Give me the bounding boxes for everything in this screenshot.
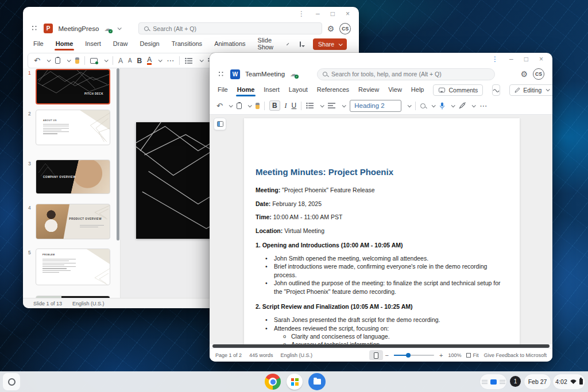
thumbnail-scrollbar[interactable] bbox=[117, 68, 119, 240]
pane-toggle-button[interactable] bbox=[214, 118, 226, 130]
screen-capture-indicator[interactable] bbox=[480, 374, 506, 389]
rewrite-pen-icon[interactable] bbox=[459, 102, 466, 109]
document-page[interactable]: Meeting Minutes: Project Phoenix Meeting… bbox=[244, 118, 520, 344]
rewrite-chevron-icon[interactable] bbox=[472, 103, 476, 107]
ppt-menu-draw[interactable]: Draw bbox=[113, 38, 128, 51]
dictate-microphone-icon[interactable] bbox=[439, 102, 445, 110]
ppt-menu-insert[interactable]: Insert bbox=[85, 38, 101, 51]
ppt-close-button[interactable]: × bbox=[346, 10, 350, 17]
ppt-menu-slideshow[interactable]: Slide Show bbox=[258, 34, 274, 54]
word-kebab-menu-icon[interactable]: ⋮ bbox=[492, 56, 498, 63]
grow-font-icon[interactable]: A bbox=[118, 57, 123, 64]
page-view-button[interactable] bbox=[369, 350, 383, 360]
word-settings-gear-icon[interactable]: ⚙ bbox=[520, 70, 528, 78]
ppt-search-input[interactable]: Search (Alt + Q) bbox=[138, 22, 322, 34]
ppt-menu-design[interactable]: Design bbox=[140, 38, 159, 51]
powerpoint-app-icon[interactable]: P bbox=[44, 24, 53, 33]
slide-2-thumbnail[interactable]: ABOUT US bbox=[36, 110, 110, 145]
slide-4-thumbnail[interactable]: PRODUCT OVERVIEW bbox=[36, 204, 110, 239]
word-search-input[interactable]: Search for tools, help, and more (Alt + … bbox=[317, 68, 495, 80]
page-counter[interactable]: Page 1 of 2 bbox=[215, 352, 242, 358]
ppt-maximize-button[interactable]: □ bbox=[331, 10, 335, 17]
word-language-status[interactable]: English (U.S.) bbox=[281, 352, 313, 358]
ppt-menu-transitions[interactable]: Transitions bbox=[172, 38, 202, 51]
files-app-icon[interactable] bbox=[308, 373, 326, 390]
slide-5-thumbnail[interactable]: PROBLEM bbox=[36, 249, 110, 285]
slide-1-thumbnail[interactable]: PITCH DECK bbox=[36, 69, 110, 104]
date-display[interactable]: Feb 27 bbox=[524, 374, 551, 389]
launcher-button[interactable] bbox=[3, 373, 20, 390]
word-count[interactable]: 445 words bbox=[249, 352, 273, 358]
bullet-list-chevron-icon[interactable] bbox=[200, 58, 204, 62]
slide-3-thumbnail[interactable]: COMPANY OVERVIEW bbox=[36, 160, 110, 194]
word-feedback-link[interactable]: Give Feedback to Microsoft bbox=[483, 352, 547, 358]
word-account-avatar[interactable]: CS bbox=[533, 68, 544, 80]
undo-chevron-icon[interactable] bbox=[229, 103, 233, 107]
italic-button[interactable]: I bbox=[285, 102, 287, 110]
toolbar-more-options[interactable]: ⋯ bbox=[479, 102, 487, 110]
comments-button[interactable]: Comments bbox=[433, 84, 483, 96]
ppt-menu-home[interactable]: Home bbox=[56, 38, 74, 51]
underline-button[interactable]: U bbox=[292, 102, 297, 110]
fit-button[interactable]: Fit bbox=[466, 352, 478, 358]
word-close-button[interactable]: × bbox=[539, 56, 543, 63]
font-color-icon[interactable]: A bbox=[147, 56, 152, 65]
ppt-kebab-menu-icon[interactable]: ⋮ bbox=[298, 10, 305, 17]
paste-chevron-icon[interactable] bbox=[248, 103, 252, 107]
word-app-icon[interactable]: W bbox=[230, 69, 240, 79]
word-minimize-button[interactable]: – bbox=[509, 56, 513, 63]
bullet-list-icon[interactable] bbox=[185, 57, 193, 64]
app-launcher-grid-icon[interactable] bbox=[31, 25, 38, 32]
word-menu-help[interactable]: Help bbox=[411, 84, 424, 96]
undo-icon[interactable]: ↶ bbox=[34, 57, 40, 64]
zoom-in-button[interactable]: + bbox=[439, 352, 443, 359]
ppt-minimize-button[interactable]: – bbox=[316, 10, 320, 17]
menus-overflow-chevron-icon[interactable] bbox=[287, 42, 289, 45]
ppt-comments-icon[interactable] bbox=[300, 41, 301, 47]
align-icon[interactable] bbox=[328, 102, 336, 109]
paste-clipboard-icon[interactable] bbox=[55, 57, 60, 64]
word-document-title[interactable]: TeamMeeting bbox=[245, 71, 285, 77]
word-menu-view[interactable]: View bbox=[388, 84, 402, 96]
catch-up-button[interactable] bbox=[492, 84, 500, 96]
microsoft-365-app-icon[interactable] bbox=[287, 374, 303, 390]
paste-chevron-icon[interactable] bbox=[67, 58, 71, 62]
layout-chevron-icon[interactable] bbox=[105, 58, 109, 62]
find-icon[interactable] bbox=[420, 103, 425, 108]
bold-button[interactable]: B bbox=[269, 100, 280, 111]
ppt-language-status[interactable]: English (U.S.) bbox=[72, 301, 105, 306]
ppt-settings-gear-icon[interactable]: ⚙ bbox=[327, 25, 335, 33]
word-menu-review[interactable]: Review bbox=[358, 84, 379, 96]
more-formatting-icon[interactable]: ⋯ bbox=[167, 57, 174, 64]
paste-clipboard-icon[interactable] bbox=[237, 103, 242, 109]
zoom-level[interactable]: 100% bbox=[448, 352, 461, 358]
slide-layout-icon[interactable] bbox=[90, 58, 98, 64]
word-menu-references[interactable]: References bbox=[317, 84, 349, 96]
bullet-list-chevron-icon[interactable] bbox=[320, 103, 324, 107]
app-launcher-grid-icon[interactable] bbox=[218, 71, 225, 78]
find-chevron-icon[interactable] bbox=[432, 103, 436, 107]
slide-counter[interactable]: Slide 1 of 13 bbox=[33, 301, 62, 306]
style-selector[interactable]: Heading 2 bbox=[350, 100, 401, 112]
format-painter-icon[interactable] bbox=[256, 103, 260, 109]
chrome-app-icon[interactable] bbox=[265, 374, 281, 390]
font-color-chevron-icon[interactable] bbox=[158, 58, 163, 62]
ppt-account-avatar[interactable]: CS bbox=[339, 23, 351, 34]
word-menu-home[interactable]: Home bbox=[237, 84, 255, 96]
ppt-menu-animations[interactable]: Animations bbox=[214, 38, 245, 51]
notification-counter[interactable]: 1 bbox=[510, 376, 521, 387]
zoom-slider-knob[interactable] bbox=[406, 353, 411, 358]
zoom-slider[interactable] bbox=[394, 355, 434, 356]
bullet-list-icon[interactable] bbox=[306, 102, 314, 109]
undo-icon[interactable]: ↶ bbox=[216, 102, 223, 110]
dictate-chevron-icon[interactable] bbox=[451, 103, 455, 107]
style-selector-chevron-icon[interactable] bbox=[408, 103, 412, 107]
ppt-share-button[interactable]: Share bbox=[313, 38, 347, 50]
word-maximize-button[interactable]: □ bbox=[524, 56, 528, 63]
ppt-document-title[interactable]: MeetingPreso bbox=[58, 25, 99, 32]
align-chevron-icon[interactable] bbox=[342, 103, 346, 107]
chevron-down-icon[interactable] bbox=[118, 26, 122, 30]
system-tray[interactable]: 4:02 bbox=[553, 374, 585, 389]
bold-icon[interactable]: B bbox=[137, 57, 142, 65]
format-painter-icon[interactable] bbox=[75, 57, 79, 64]
